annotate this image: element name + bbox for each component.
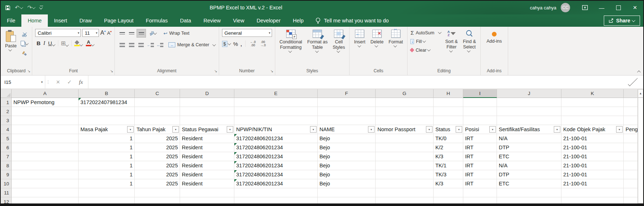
vertical-scrollbar[interactable]: ▲ bbox=[637, 89, 643, 203]
formula-bar-splitter[interactable]: ⋮ bbox=[45, 76, 51, 89]
cell-D6[interactable]: Resident bbox=[180, 143, 234, 152]
cell-E10[interactable]: 3172024806201234 bbox=[234, 179, 318, 188]
underline-button[interactable]: U bbox=[47, 40, 57, 47]
cell-G11[interactable] bbox=[376, 188, 434, 197]
cell-F2[interactable] bbox=[318, 107, 376, 116]
cell-H4[interactable]: Status▾ bbox=[434, 125, 463, 134]
cell-F12[interactable] bbox=[318, 197, 376, 203]
cell-A4[interactable] bbox=[12, 125, 79, 134]
copy-dropdown-icon[interactable] bbox=[25, 42, 29, 45]
increase-decimal-button[interactable]: ←.0.00 bbox=[249, 40, 257, 48]
cell-K4[interactable]: Kode Objek Pajak▾ bbox=[561, 125, 624, 134]
cell-K11[interactable] bbox=[561, 188, 624, 197]
cell-H7[interactable]: K/3 bbox=[434, 152, 463, 161]
conditional-formatting-button[interactable]: ≠ Conditional Formatting bbox=[278, 29, 304, 53]
cell-G9[interactable] bbox=[376, 170, 434, 179]
cell-L9[interactable] bbox=[624, 170, 637, 179]
cell-B5[interactable]: 1 bbox=[79, 134, 135, 143]
name-box[interactable]: I15 ▾ bbox=[1, 76, 45, 89]
accounting-format-button[interactable]: $ bbox=[222, 41, 231, 47]
cell-J1[interactable] bbox=[497, 98, 561, 107]
cell-C2[interactable] bbox=[135, 107, 180, 116]
column-header-E[interactable]: E bbox=[234, 89, 318, 98]
cell-C9[interactable]: 2025 bbox=[135, 170, 180, 179]
cell-H1[interactable] bbox=[434, 98, 463, 107]
cell-I11[interactable] bbox=[463, 188, 497, 197]
cell-J10[interactable]: ETC bbox=[497, 179, 561, 188]
cell-L3[interactable] bbox=[624, 116, 637, 125]
insert-function-button[interactable]: fx bbox=[79, 79, 83, 85]
name-box-dropdown-icon[interactable]: ▾ bbox=[41, 80, 43, 84]
cell-D7[interactable]: Resident bbox=[180, 152, 234, 161]
autosum-dropdown-icon[interactable] bbox=[438, 30, 442, 34]
cell-F1[interactable] bbox=[318, 98, 376, 107]
cell-J3[interactable] bbox=[497, 116, 561, 125]
font-size-combo[interactable]: 11▾ bbox=[82, 29, 99, 37]
insert-cells-button[interactable]: ← Insert bbox=[352, 29, 367, 48]
format-cells-button[interactable]: ↔ Format bbox=[387, 29, 405, 48]
find-select-button[interactable]: Find & Select bbox=[461, 29, 477, 53]
cell-A8[interactable] bbox=[12, 161, 79, 170]
avatar[interactable]: CC bbox=[561, 3, 570, 12]
cell-K6[interactable]: 21-100-01 bbox=[561, 143, 624, 152]
cell-E2[interactable] bbox=[234, 107, 318, 116]
cell-I1[interactable] bbox=[463, 98, 497, 107]
cell-C4[interactable]: Tahun Pajak▾ bbox=[135, 125, 180, 134]
formula-input[interactable] bbox=[88, 76, 628, 89]
cell-E3[interactable] bbox=[234, 116, 318, 125]
number-dialog-launcher[interactable]: ↘ bbox=[270, 69, 273, 73]
cell-H8[interactable]: TK/1 bbox=[434, 161, 463, 170]
row-header-10[interactable]: 10 bbox=[1, 179, 12, 188]
column-header-G[interactable]: G bbox=[376, 89, 434, 98]
cell-B9[interactable]: 1 bbox=[79, 170, 135, 179]
font-dialog-launcher[interactable]: ↘ bbox=[110, 69, 113, 73]
cell-C5[interactable]: 2025 bbox=[135, 134, 180, 143]
cell-C11[interactable] bbox=[135, 188, 180, 197]
cell-B3[interactable] bbox=[79, 116, 135, 125]
row-header-8[interactable]: 8 bbox=[1, 161, 12, 170]
cell-B6[interactable]: 1 bbox=[79, 143, 135, 152]
cell-C7[interactable]: 2025 bbox=[135, 152, 180, 161]
tab-view[interactable]: View bbox=[227, 14, 250, 27]
middle-align-button[interactable] bbox=[127, 29, 136, 37]
cell-J11[interactable] bbox=[497, 188, 561, 197]
cell-D11[interactable] bbox=[180, 188, 234, 197]
tab-formulas[interactable]: Formulas bbox=[140, 14, 174, 27]
cell-F4[interactable]: NAME▾ bbox=[318, 125, 376, 134]
cell-L7[interactable] bbox=[624, 152, 637, 161]
wrap-text-button[interactable]: ↩Wrap Text bbox=[163, 29, 189, 38]
cell-B11[interactable] bbox=[79, 188, 135, 197]
cell-A12[interactable] bbox=[12, 197, 79, 203]
column-header-I[interactable]: I bbox=[463, 89, 497, 98]
filter-button-kode-objek-pajak[interactable]: ▾ bbox=[616, 126, 623, 133]
cell-J6[interactable]: DTP bbox=[497, 143, 561, 152]
cell-K1[interactable] bbox=[561, 98, 624, 107]
cell-I9[interactable]: IRT bbox=[463, 170, 497, 179]
cell-A1[interactable]: NPWP Pemotong bbox=[12, 98, 79, 107]
user-name[interactable]: cahya cahya bbox=[530, 5, 556, 10]
autosum-button[interactable]: ΣAutoSum bbox=[410, 29, 442, 37]
scroll-up-button[interactable]: ▲ bbox=[638, 89, 643, 98]
alignment-dialog-launcher[interactable]: ↘ bbox=[214, 69, 217, 73]
cell-I5[interactable]: IRT bbox=[463, 134, 497, 143]
tab-draw[interactable]: Draw bbox=[73, 14, 98, 27]
row-header-5[interactable]: 5 bbox=[1, 134, 12, 143]
cell-A6[interactable] bbox=[12, 143, 79, 152]
cell-C10[interactable]: 2025 bbox=[135, 179, 180, 188]
cell-I7[interactable]: IRT bbox=[463, 152, 497, 161]
column-header-J[interactable]: J bbox=[497, 89, 561, 98]
cell-D5[interactable]: Resident bbox=[180, 134, 234, 143]
cell-H6[interactable]: K/2 bbox=[434, 143, 463, 152]
cell-D1[interactable] bbox=[180, 98, 234, 107]
undo-dropdown-icon[interactable] bbox=[20, 5, 23, 9]
comma-style-button[interactable]: , bbox=[240, 42, 242, 46]
redo-button[interactable]: ↷ bbox=[28, 4, 36, 11]
tab-help[interactable]: Help bbox=[287, 14, 310, 27]
top-align-button[interactable] bbox=[118, 29, 126, 37]
cell-G2[interactable] bbox=[376, 107, 434, 116]
cell-A2[interactable] bbox=[12, 107, 79, 116]
cell-K8[interactable]: 21-100-01 bbox=[561, 161, 624, 170]
cell-E8[interactable]: 3172024806201234 bbox=[234, 161, 318, 170]
cell-L5[interactable] bbox=[624, 134, 637, 143]
cell-J5[interactable]: N/A bbox=[497, 134, 561, 143]
